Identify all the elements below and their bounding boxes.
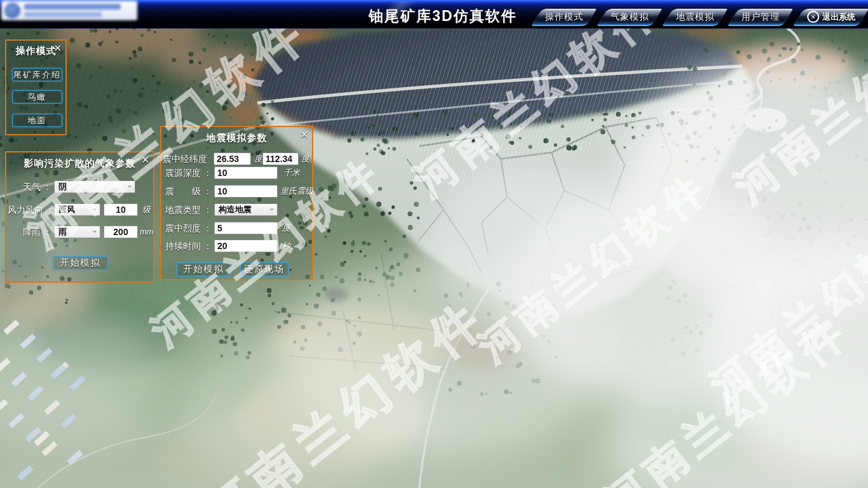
weather-start-sim-button[interactable]: 开始模拟	[53, 256, 108, 270]
main-nav: 操作模式 气象模拟 地震模拟 用户管理 ✕ 退出系统	[536, 8, 864, 26]
chevron-down-icon: ⌄	[126, 180, 133, 191]
panel-title: 影响污染扩散的气象参数	[6, 158, 153, 170]
quake-type-label: 地震类型 ：	[163, 203, 212, 216]
nav-earthquake-sim-button[interactable]: 地震模拟	[661, 8, 728, 26]
birdview-button[interactable]: 鸟瞰	[12, 90, 62, 104]
company-logo	[1, 1, 137, 20]
app-title: 铀尾矿库3D仿真软件	[369, 6, 517, 26]
close-icon[interactable]: ✕	[53, 43, 62, 54]
quake-restore-button[interactable]: 还原现场	[240, 262, 288, 276]
depth-unit-label: 千米	[283, 166, 300, 179]
app-window: 河南兰幻软件河南兰幻软件河南兰幻软件河南兰幻软件河南兰幻软件河南兰幻软件河南兰幻…	[0, 0, 868, 488]
rain-unit-label: mm	[140, 226, 154, 238]
wind-unit-label: 级	[142, 203, 151, 216]
epicenter-value2-input[interactable]	[262, 152, 299, 165]
wind-direction-select[interactable]: 西风 ⌄	[54, 203, 100, 216]
degree-unit-label: 度	[301, 152, 309, 165]
exit-system-button[interactable]: ✕ 退出系统	[792, 8, 868, 26]
panel-title: 地震模拟参数	[161, 132, 312, 144]
close-icon[interactable]: ✕	[300, 129, 308, 140]
magnitude-input[interactable]	[214, 185, 278, 198]
weather-select[interactable]: 阴 ⌄	[54, 180, 135, 193]
operation-mode-panel: 操作模式 ✕ 尾矿库介绍 鸟瞰 地面	[5, 39, 67, 135]
epicenter-label: 震中经纬度 ：	[163, 152, 212, 165]
wind-force-input[interactable]	[104, 203, 138, 216]
chevron-down-icon: ⌄	[92, 226, 98, 236]
wind-label: 风力风向 ：	[8, 203, 52, 216]
nav-weather-sim-button[interactable]: 气象模拟	[596, 8, 663, 26]
duration-label: 持续时间 ：	[163, 240, 212, 252]
intensity-input[interactable]	[214, 222, 278, 234]
intensity-unit-label: 度	[282, 222, 290, 234]
epicenter-value1-input[interactable]	[214, 152, 251, 165]
earthquake-params-panel: 地震模拟参数 ✕ 震中经纬度 ： 度 度 震源深度 ： 千米 震 级 ： 里氏震…	[160, 126, 313, 280]
chevron-down-icon: ⌄	[269, 203, 275, 214]
depth-input[interactable]	[214, 166, 278, 179]
title-bar: 铀尾矿库3D仿真软件 操作模式 气象模拟 地震模拟 用户管理 ✕ 退出系统	[0, 0, 868, 29]
intensity-label: 震中烈度 ：	[163, 222, 212, 234]
depth-label: 震源深度 ：	[163, 166, 212, 179]
chevron-down-icon: ⌄	[92, 203, 98, 214]
exit-icon: ✕	[807, 11, 819, 23]
quake-type-select[interactable]: 构造地震 ⌄	[214, 203, 278, 216]
weather-label: 天气 ：	[8, 180, 52, 193]
nav-user-management-button[interactable]: 用户管理	[727, 8, 794, 26]
duration-input[interactable]	[214, 240, 278, 252]
tailings-intro-button[interactable]: 尾矿库介绍	[12, 68, 62, 81]
logo-mark	[4, 3, 20, 18]
close-icon[interactable]: ✕	[141, 154, 149, 166]
magnitude-unit-label: 里氏震级	[280, 185, 313, 198]
duration-unit-label: 秒	[282, 240, 290, 252]
rain-type-select[interactable]: 雨 ⌄	[54, 226, 100, 238]
nav-operation-mode-button[interactable]: 操作模式	[531, 8, 597, 26]
rain-label: 降雨 ：	[8, 226, 52, 238]
magnitude-label: 震 级 ：	[163, 185, 212, 198]
weather-params-panel: 影响污染扩散的气象参数 ✕ 天气 ： 阴 ⌄ 风力风向 ： 西风 ⌄ 级 降雨 …	[5, 151, 154, 283]
degree-unit-label: 度	[254, 152, 262, 165]
ground-button[interactable]: 地面	[12, 114, 62, 127]
rain-amount-input[interactable]	[104, 226, 138, 238]
quake-start-sim-button[interactable]: 开始模拟	[177, 262, 231, 276]
